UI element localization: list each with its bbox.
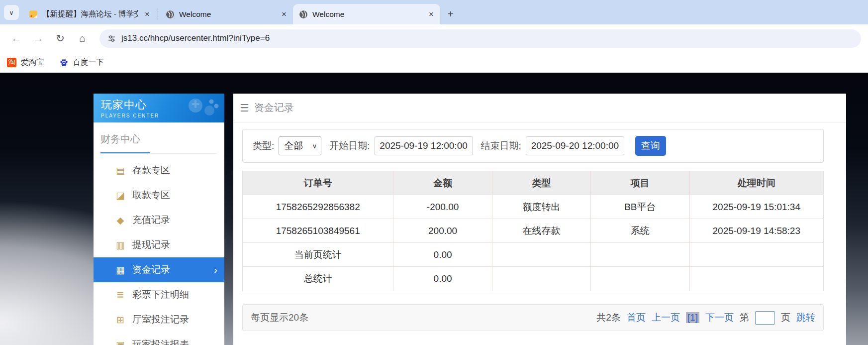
sidebar-item-label: 玩家投注报表: [132, 338, 189, 345]
table-row-total-summary: 总统计 0.00: [243, 267, 823, 291]
tab-title: Welcome: [312, 10, 422, 19]
sidebar-item-label: 充值记录: [132, 214, 170, 227]
gamepad-icon: [183, 96, 221, 120]
bookmark-taobao[interactable]: 淘 爱淘宝: [7, 57, 44, 68]
sidebar-item-label: 存款专区: [132, 164, 170, 177]
funds-table: 订单号 金额 类型 项目 处理时间 1758265292856382 -200.…: [242, 171, 824, 291]
chevron-right-icon: ›: [214, 264, 217, 276]
home-icon[interactable]: ⌂: [73, 29, 92, 48]
table-cell: 0.00: [393, 243, 492, 267]
sidebar-item-withdraw-zone[interactable]: ◪ 取款专区 ›: [94, 183, 224, 208]
type-select[interactable]: 全部 ∨: [279, 136, 321, 155]
table-row: 1758265292856382 -200.00 额度转出 BB平台 2025-…: [243, 195, 823, 219]
table-cell: 1758265103849561: [243, 219, 393, 243]
page-size-text: 每页显示20条: [251, 311, 308, 324]
table-cell: 2025-09-19 15:01:34: [690, 195, 823, 219]
globe-favicon-icon: [166, 10, 175, 19]
tab-search-button[interactable]: ∨: [4, 5, 19, 20]
report-icon: ▣: [114, 339, 126, 345]
sidebar-item-funds-records[interactable]: ▦ 资金记录 ›: [94, 257, 224, 282]
main-content: 类型: 全部 ∨ 开始日期: 结束日期: 查询 订单号 金额: [233, 122, 846, 331]
sidebar-item-label: 彩票下注明细: [132, 288, 189, 301]
chevron-down-icon: ∨: [9, 9, 14, 16]
tab-title: 【新提醒】海燕论坛 - 博学交流: [42, 9, 138, 19]
sidebar-item-lottery-bet-details[interactable]: ≣ 彩票下注明细 ›: [94, 282, 224, 307]
table-row: 1758265103849561 200.00 在线存款 系统 2025-09-…: [243, 219, 823, 243]
query-button[interactable]: 查询: [635, 136, 666, 156]
header-amount: 金额: [393, 171, 492, 195]
money-bag-icon: ◆: [114, 215, 126, 226]
type-label: 类型:: [253, 139, 274, 152]
end-date-label: 结束日期:: [481, 139, 521, 152]
chevron-down-icon: ∨: [312, 142, 317, 150]
url-text[interactable]: js13.cc/hhcp/usercenter.html?iniType=6: [121, 33, 270, 43]
tab-strip: ∨ 【新提醒】海燕论坛 - 博学交流 × Welcome ×: [0, 0, 868, 24]
sidebar-item-withdrawal-records[interactable]: ▥ 提现记录 ›: [94, 232, 224, 257]
new-tab-button[interactable]: +: [443, 6, 458, 21]
checklist-icon: ⊞: [114, 314, 126, 326]
type-select-value: 全部: [284, 139, 303, 152]
browser-tab-2[interactable]: Welcome ×: [160, 4, 293, 24]
sidebar-item-player-bet-report[interactable]: ▣ 玩家投注报表 ›: [94, 332, 224, 345]
browser-toolbar: ← → ↻ ⌂ js13.cc/hhcp/usercenter.html?ini…: [0, 24, 868, 52]
total-count: 共2条: [596, 311, 621, 324]
end-date-input[interactable]: [526, 136, 624, 155]
hamburger-icon[interactable]: ☰: [240, 102, 249, 114]
table-row-page-summary: 当前页统计 0.00: [243, 243, 823, 267]
table-cell: 当前页统计: [243, 243, 393, 267]
table-cell: 1758265292856382: [243, 195, 393, 219]
browser-window: ∨ 【新提醒】海燕论坛 - 博学交流 × Welcome ×: [0, 0, 868, 345]
reload-icon[interactable]: ↻: [51, 29, 70, 48]
browser-tab-3-active[interactable]: Welcome ×: [293, 4, 440, 24]
back-icon[interactable]: ←: [7, 29, 26, 48]
close-icon[interactable]: ×: [426, 9, 436, 19]
table-cell: [492, 243, 591, 267]
page-jump-input[interactable]: [755, 311, 775, 325]
bookmark-baidu[interactable]: 百度一下: [59, 57, 104, 68]
globe-favicon-icon: [299, 10, 308, 19]
tab-title: Welcome: [179, 10, 275, 19]
next-page-link[interactable]: 下一页: [705, 311, 734, 324]
sidebar-item-hall-bet-records[interactable]: ⊞ 厅室投注记录 ›: [94, 307, 224, 332]
filter-bar: 类型: 全部 ∨ 开始日期: 结束日期: 查询: [242, 129, 824, 163]
sidebar-item-label: 资金记录: [132, 263, 170, 276]
sidebar-item-recharge-records[interactable]: ◆ 充值记录 ›: [94, 208, 224, 232]
browser-tab-1[interactable]: 【新提醒】海燕论坛 - 博学交流 ×: [23, 4, 156, 24]
funds-icon: ▦: [114, 264, 126, 276]
close-icon[interactable]: ×: [142, 9, 152, 19]
sidebar-item-deposit-zone[interactable]: ▤ 存款专区 ›: [94, 158, 224, 183]
jump-link[interactable]: 跳转: [796, 311, 815, 324]
table-cell: 总统计: [243, 267, 393, 291]
forward-icon[interactable]: →: [29, 29, 48, 48]
start-date-input[interactable]: [375, 136, 473, 155]
withdraw-hand-icon: ◪: [114, 190, 126, 201]
list-icon: ≣: [114, 289, 126, 301]
jump-suffix-label: 页: [781, 311, 790, 324]
table-cell: [690, 267, 823, 291]
address-bar[interactable]: js13.cc/hhcp/usercenter.html?iniType=6: [99, 29, 861, 48]
table-cell: 2025-09-19 14:58:23: [690, 219, 823, 243]
section-underline: [100, 152, 217, 154]
header-process-time: 处理时间: [690, 171, 823, 195]
section-title: 财务中心: [100, 132, 217, 146]
page-title: 资金记录: [254, 101, 294, 115]
close-icon[interactable]: ×: [279, 9, 289, 19]
table-header-row: 订单号 金额 类型 项目 处理时间: [243, 171, 823, 195]
table-cell: [591, 267, 689, 291]
sidebar-section: 财务中心: [94, 122, 224, 154]
prev-page-link[interactable]: 上一页: [652, 311, 680, 324]
table-cell: 系统: [591, 219, 689, 243]
first-page-link[interactable]: 首页: [627, 311, 646, 324]
bookmark-label: 百度一下: [73, 57, 104, 68]
deposit-card-icon: ▤: [114, 165, 126, 176]
table-cell: 额度转出: [492, 195, 591, 219]
taobao-icon: 淘: [7, 58, 16, 67]
site-settings-icon[interactable]: [107, 34, 116, 43]
table-cell: 0.00: [393, 267, 492, 291]
header-project: 项目: [591, 171, 689, 195]
table-cell: [591, 243, 689, 267]
main-panel: ☰ 资金记录 类型: 全部 ∨ 开始日期: 结束日期: 查询: [233, 94, 846, 345]
wallet-icon: ▥: [114, 239, 126, 251]
sidebar-item-label: 厅室投注记录: [132, 313, 189, 326]
table-cell: BB平台: [591, 195, 689, 219]
